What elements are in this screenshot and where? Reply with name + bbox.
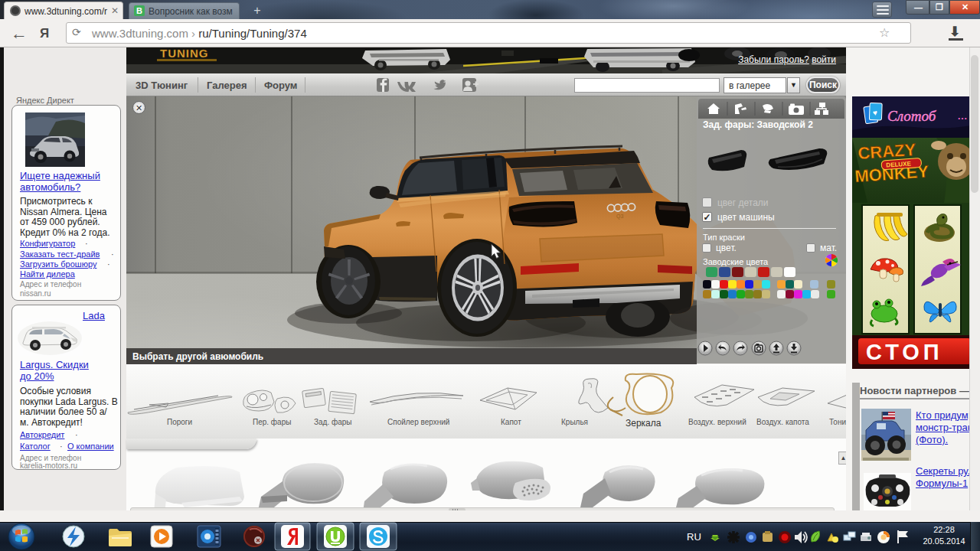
svg-text:Q3: Q3 [616,214,623,220]
svg-text:...: ... [958,108,968,122]
svg-text:Пер. фары: Пер. фары [253,418,291,426]
svg-text:Воздух. верхний: Воздух. верхний [688,418,746,426]
svg-text:Слотоб: Слотоб [887,108,937,124]
svg-text:Зад. фары: Зад. фары [314,418,352,426]
svg-text:Воздух. капота: Воздух. капота [756,418,809,426]
svg-text:Зеркала: Зеркала [626,418,662,429]
svg-text:TUNING: TUNING [160,47,209,60]
svg-text:Пороги: Пороги [167,418,192,426]
svg-text:Спойлер верхний: Спойлер верхний [387,418,449,426]
svg-text:Крылья: Крылья [561,418,588,426]
svg-text:Капот: Капот [501,418,521,426]
svg-text:RU: RU [687,531,701,543]
svg-text:Тони: Тони [829,418,846,426]
svg-text:СТОП: СТОП [866,340,943,364]
